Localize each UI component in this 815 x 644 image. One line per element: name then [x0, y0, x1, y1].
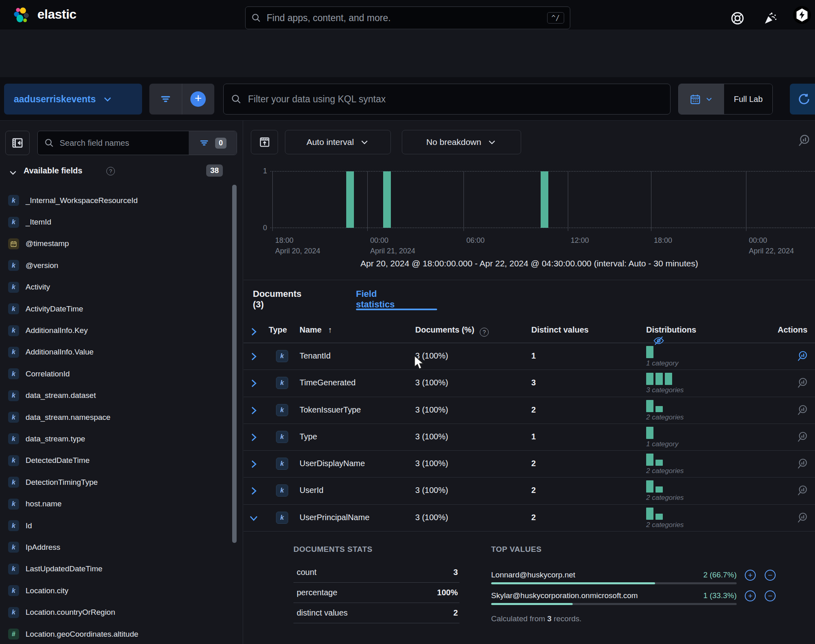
date-quick-select-button[interactable] [679, 84, 724, 114]
histogram-bar[interactable] [541, 171, 548, 228]
help-ring-icon[interactable] [729, 10, 746, 26]
question-circle-icon[interactable]: ? [480, 328, 489, 337]
cell-distinct-values: 2 [531, 513, 536, 522]
filter-for-value-plus-icon[interactable]: + [745, 570, 756, 581]
histogram-bar[interactable] [346, 171, 354, 228]
x-gridline [367, 171, 368, 231]
field-list-item[interactable]: kdata_stream.type [0, 428, 227, 450]
distribution-mini-bar [646, 480, 653, 493]
header-distinct-values[interactable]: Distinct values [531, 325, 589, 335]
sidebar-scrollbar[interactable] [232, 185, 237, 543]
field-name: _ItemId [26, 218, 51, 227]
tab-documents[interactable]: Documents (3) [253, 289, 302, 310]
explore-in-lens-button[interactable] [796, 512, 809, 524]
field-list-item[interactable]: kLocation.countryOrRegion [0, 601, 227, 623]
table-row[interactable]: kTenantId3 (100%)1 1 category [244, 343, 815, 370]
field-list-item[interactable]: kId [0, 515, 227, 536]
filter-funnel-icon[interactable] [149, 84, 182, 115]
hide-chart-toggle-button[interactable] [251, 130, 278, 154]
field-list-item[interactable]: kdata_stream.dataset [0, 385, 227, 406]
filter-for-value-plus-icon[interactable]: + [745, 590, 756, 601]
table-row[interactable]: kTimeGenerated3 (100%)3 3 categories [244, 370, 815, 397]
histogram-bar[interactable] [383, 171, 391, 228]
field-list-item[interactable]: k_ItemId [0, 211, 227, 233]
row-expand-chevron[interactable] [248, 432, 259, 443]
field-list-item[interactable]: kDetectionTimingType [0, 471, 227, 493]
field-filter-button[interactable]: 0 [189, 131, 237, 155]
row-expand-chevron[interactable] [248, 486, 259, 496]
data-view-selector[interactable]: aaduserriskevents [4, 84, 142, 115]
field-list-item[interactable]: k_Internal_WorkspaceResourceId [0, 190, 227, 211]
field-list-item[interactable]: kLocation.city [0, 580, 227, 601]
field-list-item[interactable]: kAdditionalInfo.Key [0, 320, 227, 341]
expand-all-chevron-icon[interactable] [248, 326, 259, 337]
filter-out-value-minus-icon[interactable]: − [765, 570, 776, 581]
cell-field-name[interactable]: UserPrincipalName [300, 513, 369, 522]
date-field-icon [8, 238, 19, 249]
field-list-item[interactable]: kIpAddress [0, 536, 227, 558]
distribution-mini-bar [655, 460, 663, 466]
table-row[interactable]: kUserDisplayName3 (100%)2 2 categories [244, 451, 815, 478]
filter-out-value-minus-icon[interactable]: − [765, 590, 776, 601]
field-list-item[interactable]: #Location.geoCoordinates.altitude [0, 623, 227, 644]
field-list-item[interactable]: kLastUpdatedDateTime [0, 558, 227, 580]
space-avatar-icon[interactable] [793, 6, 811, 24]
row-expand-chevron[interactable] [248, 405, 259, 416]
header-documents[interactable]: Documents (%) ? [415, 325, 489, 337]
calendar-icon [690, 93, 701, 105]
table-row[interactable]: kType3 (100%)1 1 category [244, 424, 815, 451]
field-name: LastUpdatedDateTime [26, 564, 102, 573]
chevron-down-icon [8, 168, 18, 177]
field-list-item[interactable]: @timestamp [0, 233, 227, 255]
header-type[interactable]: Type [269, 325, 287, 335]
available-fields-header[interactable]: Available fields ? 38 [0, 164, 243, 181]
row-expand-chevron[interactable] [248, 378, 259, 389]
field-list-item[interactable]: khost.name [0, 493, 227, 514]
explore-in-lens-button[interactable] [796, 404, 809, 416]
cell-field-name[interactable]: UserId [300, 486, 323, 495]
row-expand-chevron[interactable] [248, 351, 259, 362]
elastic-logo-icon[interactable] [11, 6, 31, 25]
field-list-item[interactable]: kActivityDateTime [0, 298, 227, 320]
explore-in-lens-button[interactable] [796, 377, 809, 389]
table-row[interactable]: kUserId3 (100%)2 2 categories [244, 478, 815, 504]
header-name[interactable]: Name ↑ [300, 325, 332, 335]
cell-field-name[interactable]: TenantId [300, 351, 331, 361]
explore-in-lens-button[interactable] [796, 431, 809, 443]
row-expand-chevron[interactable] [248, 513, 259, 523]
global-search-input[interactable]: Find apps, content, and more. ^/ [245, 6, 570, 29]
x-axis-tick-time: 18:00 [654, 236, 672, 245]
explore-in-lens-button[interactable] [796, 350, 809, 362]
field-search-input[interactable]: Search field names 0 [37, 131, 237, 155]
field-list-item[interactable]: kdata_stream.namespace [0, 406, 227, 428]
cell-field-name[interactable]: Type [300, 432, 317, 441]
distribution-mini-bar [646, 400, 653, 412]
table-row[interactable]: kTokenIssuerType3 (100%)2 2 categories [244, 397, 815, 424]
edit-visualization-lens-icon[interactable] [797, 134, 811, 147]
breakdown-select[interactable]: No breakdown [402, 130, 521, 154]
add-filter-button[interactable]: + [182, 84, 215, 115]
cell-field-name[interactable]: UserDisplayName [300, 459, 365, 468]
table-row[interactable]: kUserPrincipalName3 (100%)2 2 categories [244, 505, 815, 532]
tab-field-statistics[interactable]: Field statistics [356, 289, 395, 310]
field-list-item[interactable]: kActivity [0, 277, 227, 298]
time-range-label[interactable]: Full Lab [724, 84, 772, 114]
keyword-field-icon: k [8, 368, 19, 379]
kql-query-input[interactable]: Filter your data using KQL syntax [223, 84, 671, 115]
cell-field-name[interactable]: TokenIssuerType [300, 405, 361, 415]
field-list-item[interactable]: kDetectedDateTime [0, 450, 227, 471]
news-party-popper-icon[interactable] [762, 10, 778, 26]
field-list-item[interactable]: kAdditionalInfo.Value [0, 341, 227, 363]
explore-in-lens-button[interactable] [796, 458, 809, 470]
top-value-row: Lonnard@huskycorp.net 2 (66.7%) + − [491, 571, 783, 589]
auto-interval-select[interactable]: Auto interval [285, 130, 391, 154]
row-expand-chevron[interactable] [248, 459, 259, 469]
cell-field-name[interactable]: TimeGenerated [300, 378, 356, 387]
refresh-button[interactable] [790, 84, 815, 115]
collapse-sidebar-icon[interactable] [5, 131, 30, 155]
field-list-item[interactable]: kCorrelationId [0, 363, 227, 385]
field-list-item[interactable]: k@version [0, 255, 227, 276]
histogram-plot-area[interactable]: 18:00April 20, 202400:00April 21, 202406… [270, 171, 815, 228]
explore-in-lens-button[interactable] [796, 484, 809, 497]
help-icon[interactable]: ? [106, 167, 115, 175]
